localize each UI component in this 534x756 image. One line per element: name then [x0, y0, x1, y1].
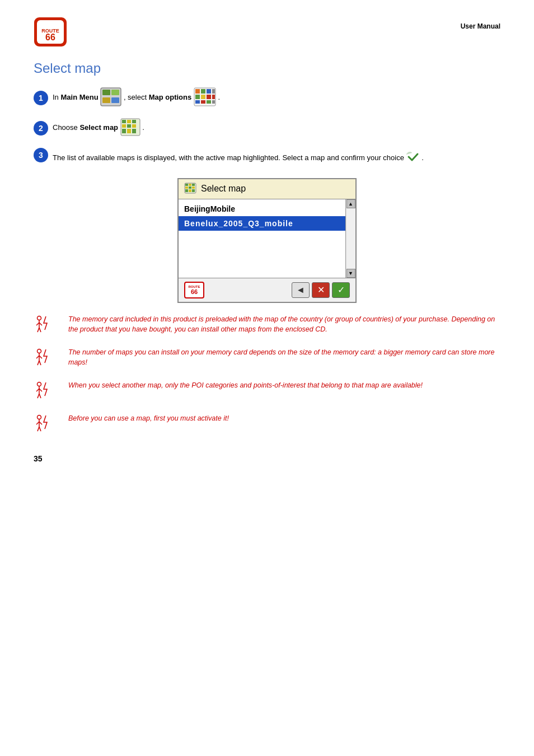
back-button[interactable]: ◄ [292, 282, 310, 298]
select-map-dialog: Select map BeijingMobile Benelux_2005_Q3… [177, 178, 357, 303]
note-1-icon [34, 314, 62, 338]
svg-rect-38 [192, 186, 195, 189]
main-menu-icon [100, 87, 121, 108]
svg-rect-41 [192, 189, 195, 192]
svg-line-64 [38, 427, 39, 431]
svg-rect-14 [195, 95, 200, 99]
route66-badge: ROUTE 66 [184, 282, 204, 298]
dialog-buttons: ◄ ✕ ✓ [292, 282, 350, 298]
cancel-button[interactable]: ✕ [312, 282, 330, 298]
note-3-icon [34, 380, 62, 404]
dialog-title-icon [184, 183, 196, 195]
note-1: The memory card included in this product… [34, 314, 500, 338]
svg-rect-40 [189, 189, 191, 192]
svg-rect-20 [207, 100, 211, 104]
svg-rect-27 [127, 124, 131, 128]
scroll-up-button[interactable]: ▲ [346, 199, 355, 208]
svg-rect-28 [132, 124, 136, 128]
svg-rect-31 [132, 129, 136, 133]
dialog-title-text: Select map [201, 184, 246, 194]
dialog-footer: ROUTE 66 ◄ ✕ ✓ [179, 278, 355, 302]
dialog-scrollbar[interactable]: ▲ ▼ [345, 199, 355, 278]
svg-line-65 [39, 427, 41, 431]
svg-rect-26 [122, 124, 126, 128]
note-4-icon [34, 413, 62, 437]
svg-rect-25 [132, 120, 136, 123]
dialog-scroll-area: BeijingMobile Benelux_2005_Q3_mobile ▲ ▼ [179, 199, 355, 278]
svg-rect-23 [122, 120, 126, 123]
svg-line-52 [38, 361, 39, 365]
svg-rect-29 [122, 129, 126, 133]
step-3-badge: 3 [34, 148, 48, 162]
step-1-text: In Main Menu , select Map options [53, 87, 220, 108]
list-item-benelux[interactable]: Benelux_2005_Q3_mobile [179, 216, 355, 231]
svg-line-46 [38, 328, 39, 332]
svg-line-59 [39, 394, 41, 398]
step-3-text: The list of available maps is displayed,… [53, 150, 424, 167]
dialog-list: BeijingMobile Benelux_2005_Q3_mobile [179, 199, 355, 233]
note-3-text: When you select another map, only the PO… [68, 380, 500, 391]
svg-rect-5 [102, 90, 110, 95]
confirm-button[interactable]: ✓ [332, 282, 350, 298]
svg-rect-10 [195, 89, 200, 94]
svg-line-58 [38, 394, 39, 398]
note-2-text: The number of maps you can install on yo… [68, 347, 500, 368]
svg-point-60 [38, 415, 41, 419]
note-3: When you select another map, only the PO… [34, 380, 500, 404]
step-1: 1 In Main Menu , select Map options [34, 87, 500, 108]
page-number: 35 [34, 454, 500, 463]
svg-line-47 [39, 328, 41, 332]
scroll-down-button[interactable]: ▼ [346, 269, 355, 278]
svg-line-53 [39, 361, 41, 365]
svg-rect-24 [127, 120, 131, 123]
step-2: 2 Choose Select map . [34, 118, 500, 138]
step-2-badge: 2 [34, 121, 48, 136]
logo: ROUTE 66 [34, 17, 67, 49]
note-4-text: Before you can use a map, first you must… [68, 413, 500, 424]
svg-rect-39 [185, 189, 188, 192]
page-header: ROUTE 66 User Manual [34, 17, 500, 49]
note-2-icon [34, 347, 62, 371]
svg-rect-21 [212, 100, 215, 104]
svg-rect-37 [189, 186, 191, 189]
svg-rect-35 [192, 184, 195, 186]
svg-rect-36 [185, 186, 188, 189]
note-4: Before you can use a map, first you must… [34, 413, 500, 437]
svg-rect-15 [201, 95, 205, 99]
note-2: The number of maps you can install on yo… [34, 347, 500, 371]
step-1-badge: 1 [34, 91, 48, 105]
page-title: Select map [34, 60, 500, 76]
svg-point-54 [38, 382, 41, 386]
note-1-text: The memory card included in this product… [68, 314, 500, 335]
svg-rect-8 [111, 97, 119, 103]
svg-rect-11 [201, 89, 205, 94]
svg-rect-17 [212, 95, 215, 99]
map-options-icon [194, 87, 216, 108]
select-map-icon [120, 118, 140, 138]
svg-point-42 [38, 316, 41, 320]
list-item-beijing[interactable]: BeijingMobile [179, 202, 355, 216]
svg-rect-19 [201, 100, 205, 104]
user-manual-label: User Manual [461, 22, 500, 30]
svg-rect-30 [127, 129, 131, 133]
svg-rect-7 [102, 97, 110, 103]
dialog-titlebar: Select map [179, 179, 355, 199]
svg-point-48 [38, 349, 41, 353]
step-3: 3 The list of available maps is displaye… [34, 148, 500, 167]
svg-rect-12 [207, 89, 211, 94]
svg-rect-6 [111, 90, 119, 95]
svg-rect-16 [207, 95, 211, 99]
svg-rect-13 [212, 89, 215, 94]
svg-text:66: 66 [45, 32, 55, 42]
svg-rect-18 [195, 100, 200, 104]
svg-rect-33 [185, 184, 188, 186]
notes-section: The memory card included in this product… [34, 314, 500, 437]
confirm-checkmark-icon [406, 150, 420, 167]
step-2-text: Choose Select map . [53, 118, 144, 138]
svg-rect-34 [189, 184, 191, 186]
